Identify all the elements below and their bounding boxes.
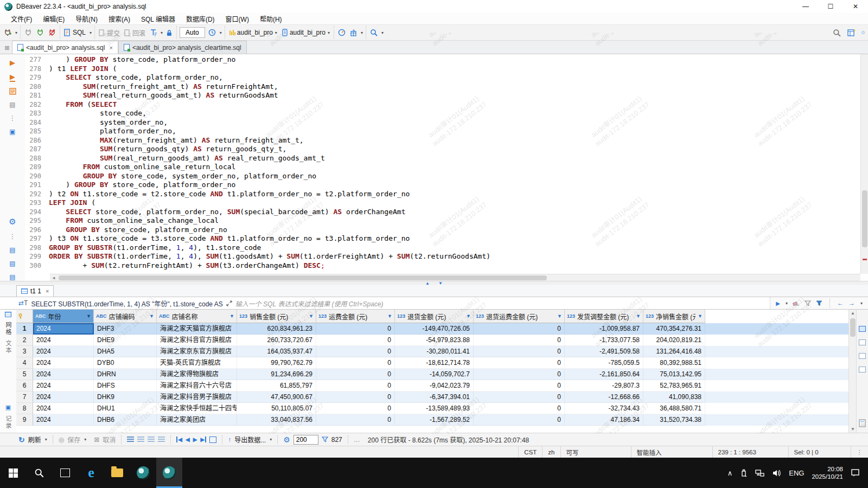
code-line[interactable]: 296 GROUP BY store_code, platform_order_… <box>25 226 868 235</box>
grid-cell[interactable]: DHRN <box>94 369 157 380</box>
grid-cell[interactable]: 0 <box>316 414 395 426</box>
previous-row-icon[interactable]: ◀ <box>186 436 190 442</box>
grid-cell[interactable]: 0 <box>316 403 395 414</box>
code-line[interactable]: 300 + SUM(t2.returnFreightAmt) + SUM(t3.… <box>25 261 868 271</box>
go-to-row-icon[interactable] <box>209 436 216 443</box>
grid-cell[interactable]: 0 <box>474 414 565 426</box>
grid-cell[interactable]: -149,470,726.05 <box>395 323 474 335</box>
line-number[interactable]: 288 <box>25 154 49 163</box>
dbeaver-taskbar-icon[interactable] <box>130 458 156 488</box>
history-dropdown-icon[interactable]: ▾ <box>220 30 222 35</box>
grid-cell[interactable]: DHFS <box>94 380 157 391</box>
export-result-icon[interactable]: ▤ <box>9 246 15 254</box>
grid-cell[interactable]: 海澜之家快手恒越二十四专卖店 <box>157 403 237 414</box>
table-row[interactable]: 12024DHF3海澜之家天猫官方旗舰店620,834,961.230-149,… <box>16 323 848 335</box>
line-number[interactable]: 285 <box>25 127 49 136</box>
scroll-up-icon[interactable]: ▲ <box>849 311 857 316</box>
save-button[interactable]: 保存 <box>67 435 80 444</box>
grid-cell[interactable]: 海澜之家抖音官方旗舰店 <box>157 335 237 346</box>
last-row-icon[interactable]: ▶ <box>200 436 206 442</box>
code-line[interactable]: 294 SELECT store_code, platform_order_no… <box>25 208 868 217</box>
transaction-history-button[interactable] <box>207 28 217 37</box>
column-header[interactable]: 123净销售金额 (元)▼ <box>643 310 705 323</box>
caret-position-indicator[interactable]: 239 : 1 : 9563 <box>712 446 788 458</box>
record-mode-tab[interactable]: 记录 <box>4 415 12 429</box>
editor-horizontal-scrollbar[interactable]: ◀ <box>50 274 860 281</box>
column-filter-icon[interactable]: ▼ <box>149 313 154 319</box>
tab-close-icon[interactable]: × <box>109 44 112 51</box>
save-report-icon[interactable]: ▤ <box>9 260 15 267</box>
line-number[interactable]: 298 <box>25 243 49 253</box>
transaction-dropdown-icon[interactable]: ▾ <box>161 30 163 35</box>
table-row[interactable]: 92024DHB6海澜之家美团店33,040,837.560-1,567,289… <box>16 414 848 426</box>
grid-cell[interactable]: 33,040,837.56 <box>237 414 316 426</box>
line-number[interactable]: 287 <box>25 145 49 154</box>
grid-cell[interactable]: 47,450,900.67 <box>237 391 316 403</box>
rollback-button[interactable]: 回滚 <box>123 28 146 38</box>
line-number[interactable]: 281 <box>25 91 49 100</box>
search-icon[interactable] <box>832 28 842 37</box>
line-number[interactable]: 284 <box>25 118 49 127</box>
row-number[interactable]: 1 <box>16 323 33 335</box>
row-number[interactable]: 7 <box>16 391 33 403</box>
code-line[interactable]: 290 GROUP BY store_code, system_order_no… <box>25 172 868 181</box>
grid-presentation-tab[interactable]: 网格 <box>4 322 12 336</box>
grid-cell[interactable]: -2,161,850.64 <box>565 369 643 380</box>
table-row[interactable]: 42024DYB0天猫-英氏官方旗舰店99,790,762.790-18,612… <box>16 357 848 369</box>
grid-cell[interactable]: 天猫-英氏官方旗舰店 <box>157 357 237 369</box>
grid-cell[interactable]: 0 <box>474 369 565 380</box>
code-line[interactable]: 279 SELECT store_code, platform_order_no… <box>25 73 868 82</box>
code-line[interactable]: 298GROUP BY SUBSTR(t1.orderTime, 1, 4), … <box>25 243 868 253</box>
new-connection-dropdown-icon[interactable]: ▾ <box>15 30 17 35</box>
new-connection-button[interactable] <box>3 28 12 37</box>
grid-cell[interactable]: 204,020,819.21 <box>643 335 705 346</box>
column-filter-icon[interactable]: ▼ <box>557 313 562 319</box>
calc-panel-icon[interactable] <box>859 419 866 427</box>
tab-analysis-cleartime-sql[interactable]: <audit_bi_pro> analysis_cleartime.sql <box>118 41 247 54</box>
edit-row-icon[interactable] <box>158 436 165 442</box>
code-line[interactable]: 278) t1 LEFT JOIN ( <box>25 65 868 74</box>
code-line[interactable]: 285 platform_order_no, <box>25 127 868 136</box>
fetch-size-input[interactable] <box>293 435 318 445</box>
sql-dropdown-icon[interactable]: ▾ <box>90 30 92 35</box>
column-header[interactable]: ABC店铺名称▼ <box>157 310 237 323</box>
value-panel-icon[interactable] <box>859 326 866 332</box>
column-filter-icon[interactable]: ▼ <box>466 313 471 319</box>
erase-filter-icon[interactable] <box>793 300 800 306</box>
grid-cell[interactable]: 0 <box>474 323 565 335</box>
tab-analysis-sql[interactable]: <audit_bi_pro> analysis.sql × <box>12 41 118 54</box>
line-number[interactable]: 296 <box>25 226 49 235</box>
grid-cell[interactable]: 2024 <box>33 346 94 357</box>
disconnect-button[interactable] <box>47 28 57 37</box>
grid-cell[interactable]: 海澜之家天猫官方旗舰店 <box>157 323 237 335</box>
grid-cell[interactable]: 131,264,416.48 <box>643 346 705 357</box>
grid-cell[interactable]: 620,834,961.23 <box>237 323 316 335</box>
restore-panel-icon[interactable]: ⊞ <box>2 44 12 52</box>
open-perspective-icon[interactable] <box>846 28 857 37</box>
line-number[interactable]: 280 <box>25 82 49 92</box>
duplicate-row-icon[interactable] <box>137 436 144 442</box>
taskbar-clock[interactable]: 20:08 2025/10/21 <box>812 465 843 480</box>
row-number[interactable]: 8 <box>16 403 33 414</box>
grid-cell[interactable]: 80,392,988.51 <box>643 357 705 369</box>
code-line[interactable]: 283 store_code, <box>25 109 868 118</box>
execute-script-icon[interactable] <box>9 88 16 95</box>
text-presentation-tab[interactable]: 文本 <box>4 340 12 354</box>
grid-cell[interactable]: -9,042,023.79 <box>395 380 474 391</box>
menu-item[interactable]: 编辑(E) <box>37 14 70 23</box>
table-row[interactable]: 82024DHU1海澜之家快手恒越二十四专卖店50,110,805.070-13… <box>16 403 848 414</box>
database-combo[interactable]: audit_bi_pro ▾ <box>280 28 331 37</box>
data-grid[interactable]: ABC年份▼ABC店铺编码▼ABC店铺名称▼123销售金额 (元)▼123运费金… <box>16 310 848 433</box>
scrollbar-thumb[interactable] <box>862 190 867 247</box>
column-header[interactable]: ABC店铺编码▼ <box>94 310 157 323</box>
network-icon[interactable] <box>755 469 764 477</box>
add-row-icon[interactable] <box>127 436 134 442</box>
menu-item[interactable]: 文件(F) <box>5 14 37 23</box>
grid-cell[interactable]: 50,110,805.07 <box>237 403 316 414</box>
code-line[interactable]: 286 MAX(return_freight_amt) AS return_fr… <box>25 136 868 145</box>
input-language-indicator[interactable]: ENG <box>789 469 804 477</box>
column-header[interactable]: 123销售金额 (元)▼ <box>237 310 316 323</box>
grid-cell[interactable]: 61,855,797 <box>237 380 316 391</box>
log-panel-icon[interactable]: ▤ <box>9 273 15 281</box>
grid-cell[interactable]: 164,035,937.47 <box>237 346 316 357</box>
